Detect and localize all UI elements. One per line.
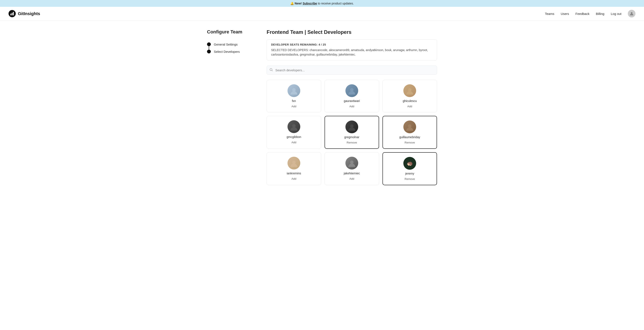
- svg-point-13: [350, 160, 354, 164]
- avatar-emoji-row3-3: 🦔: [406, 161, 413, 166]
- dev-avatar-gmcgibbon: [288, 120, 300, 133]
- info-box: DEVELOPER SEATS REMAINING: 4 / 25 SELECT…: [267, 40, 437, 60]
- dev-avatar-guillaumebriday: [403, 120, 416, 133]
- dev-name-guillaumebriday: guillaumebriday: [399, 136, 420, 139]
- dev-card-row3-1[interactable]: iankremins Add: [267, 152, 321, 185]
- dev-action-row3-2: Add: [349, 177, 354, 180]
- logo-icon: [8, 10, 16, 17]
- dev-action-row3-1: Add: [291, 177, 296, 180]
- logo-text: GitInsights: [18, 11, 40, 16]
- svg-line-5: [272, 70, 273, 71]
- svg-rect-0: [10, 14, 11, 15]
- banner-prefix: 🔔: [290, 2, 295, 5]
- svg-point-8: [408, 88, 412, 92]
- sidebar-title: Configure Team: [207, 29, 254, 35]
- dev-avatar-gregmolnar: [346, 120, 358, 133]
- selected-devs-info: SELECTED DEVELOPERS: chancancode, alexca…: [271, 48, 432, 57]
- avatar-img-ghiculescu: [406, 87, 414, 94]
- dev-avatar-gauravtiwari: [346, 84, 358, 97]
- banner-subscribe-link[interactable]: Subscribe: [302, 2, 317, 5]
- navbar: GitInsights Teams Users Feedback Billing…: [0, 7, 644, 21]
- banner-suffix: to receive product updates.: [317, 2, 354, 5]
- nav-users[interactable]: Users: [561, 12, 569, 16]
- step-label-2: Select Developers: [214, 50, 240, 54]
- avatar-img-guillaumebriday: [406, 123, 414, 131]
- nav-billing[interactable]: Billing: [596, 12, 604, 16]
- sidebar-steps: General Settings Select Developers: [207, 41, 254, 55]
- dev-avatar-ghiculescu: [403, 84, 416, 97]
- svg-point-6: [292, 88, 296, 92]
- avatar[interactable]: [628, 10, 636, 18]
- dev-name-gmcgibbon: gmcgibbon: [287, 135, 301, 138]
- avatar-icon: [630, 12, 634, 16]
- svg-point-10: [350, 124, 354, 128]
- avatar-img-fxn: [290, 87, 298, 94]
- step-general-settings[interactable]: General Settings: [207, 41, 254, 48]
- dev-card-gmcgibbon[interactable]: gmcgibbon Add: [267, 116, 321, 149]
- logo-link[interactable]: GitInsights: [8, 10, 40, 17]
- dev-action-row3-3: Remove: [405, 177, 415, 180]
- avatar-img-row3-1: [290, 159, 298, 167]
- content-area: Frontend Team | Select Developers DEVELO…: [267, 29, 437, 185]
- search-container: [267, 66, 437, 75]
- svg-point-12: [292, 160, 296, 164]
- svg-rect-2: [13, 12, 14, 15]
- dev-name-gregmolnar: gregmolnar: [344, 136, 360, 139]
- avatar-img-row3-2: [348, 159, 356, 167]
- step-dot-2: [207, 50, 211, 54]
- dev-card-gregmolnar[interactable]: gregmolnar Remove: [324, 116, 379, 149]
- content-title: Frontend Team | Select Developers: [267, 29, 437, 35]
- svg-rect-1: [12, 13, 12, 15]
- avatar-img-gauravtiwari: [348, 87, 356, 94]
- search-icon: [270, 68, 273, 72]
- dev-avatar-row3-1: [288, 157, 300, 170]
- dev-avatar-fxn: [288, 84, 300, 97]
- sidebar: Configure Team General Settings Select D…: [207, 29, 254, 185]
- dev-name-row3-3: jeremy: [405, 172, 414, 175]
- svg-point-9: [292, 124, 296, 128]
- svg-point-11: [408, 124, 412, 128]
- svg-point-3: [631, 12, 632, 14]
- nav-logout[interactable]: Log out: [611, 12, 622, 16]
- svg-point-7: [350, 88, 354, 92]
- dev-name-fxn: fxn: [292, 99, 296, 102]
- top-banner: 🔔 New! Subscribe to receive product upda…: [0, 0, 644, 7]
- dev-card-row3-2[interactable]: jakeNiemiec Add: [324, 152, 379, 185]
- avatar-img-gregmolnar: [348, 123, 356, 131]
- nav-feedback[interactable]: Feedback: [576, 12, 590, 16]
- seats-info: DEVELOPER SEATS REMAINING: 4 / 25: [271, 43, 432, 46]
- step-dot-1: [207, 42, 211, 46]
- banner-new-label: New!: [295, 2, 302, 5]
- dev-name-row3-1: iankremins: [287, 172, 301, 175]
- dev-name-gauravtiwari: gauravtiwari: [344, 99, 360, 102]
- step-label-1: General Settings: [214, 42, 238, 46]
- dev-avatar-row3-3: 🦔: [403, 157, 416, 170]
- dev-action-gauravtiwari: Add: [349, 105, 354, 108]
- dev-card-ghiculescu[interactable]: ghiculescu Add: [382, 80, 437, 112]
- main-container: Configure Team General Settings Select D…: [194, 21, 450, 194]
- dev-action-gregmolnar: Remove: [347, 141, 357, 144]
- logo-svg: [10, 12, 14, 16]
- dev-avatar-row3-2: [346, 157, 358, 170]
- developer-grid: fxn Add gauravtiwari Add: [267, 80, 437, 185]
- nav-links: Teams Users Feedback Billing Log out: [545, 10, 636, 18]
- dev-card-fxn[interactable]: fxn Add: [267, 80, 321, 112]
- dev-action-guillaumebriday: Remove: [405, 141, 415, 144]
- step-select-developers[interactable]: Select Developers: [207, 48, 254, 55]
- dev-card-guillaumebriday[interactable]: guillaumebriday Remove: [382, 116, 437, 149]
- dev-action-fxn: Add: [291, 105, 296, 108]
- dev-name-ghiculescu: ghiculescu: [403, 99, 417, 102]
- dev-action-gmcgibbon: Add: [291, 141, 296, 144]
- nav-teams[interactable]: Teams: [545, 12, 554, 16]
- dev-name-row3-2: jakeNiemiec: [344, 172, 360, 175]
- dev-card-row3-3[interactable]: 🦔 jeremy Remove: [382, 152, 437, 185]
- dev-card-gauravtiwari[interactable]: gauravtiwari Add: [324, 80, 379, 112]
- avatar-img-gmcgibbon: [290, 123, 298, 130]
- svg-point-4: [270, 68, 272, 70]
- search-input[interactable]: [267, 66, 437, 75]
- dev-action-ghiculescu: Add: [407, 105, 412, 108]
